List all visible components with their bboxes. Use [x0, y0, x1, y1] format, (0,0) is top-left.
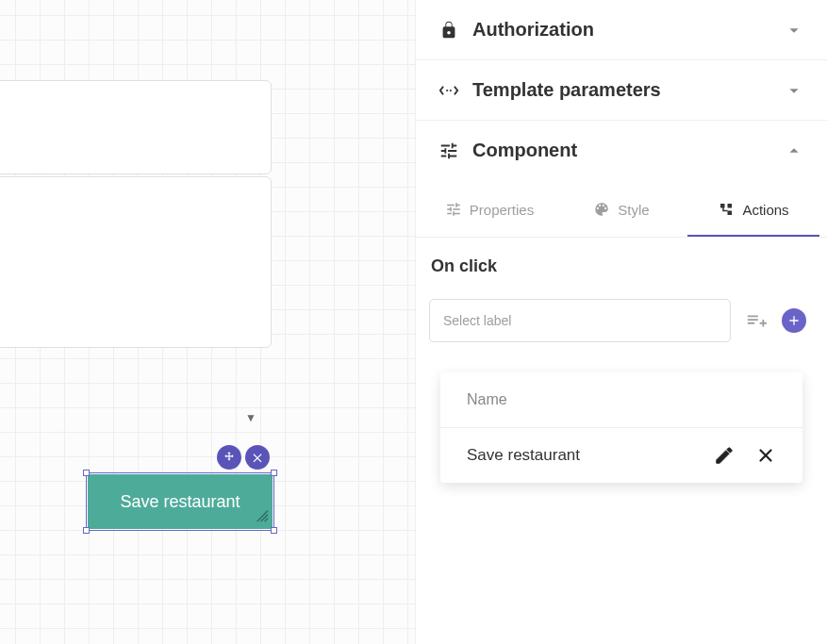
template-params-icon [438, 80, 459, 101]
delete-handle[interactable] [245, 445, 270, 470]
actions-card: Name Save restaurant [440, 372, 802, 483]
resize-grip-icon [254, 507, 269, 527]
svg-point-4 [450, 89, 452, 91]
playlist-add-button[interactable] [742, 306, 770, 335]
tab-style[interactable]: Style [555, 180, 687, 237]
plus-icon [786, 313, 802, 328]
add-action-button[interactable] [782, 308, 806, 333]
card-header: Name [440, 372, 802, 428]
edit-action-button[interactable] [714, 445, 735, 466]
lock-icon [438, 20, 459, 41]
svg-point-3 [446, 89, 448, 91]
tab-label: Properties [470, 202, 534, 218]
section-title: Template parameters [472, 79, 661, 101]
section-title: Authorization [472, 19, 594, 41]
chevron-up-icon [784, 140, 804, 161]
section-authorization[interactable]: Authorization [416, 0, 827, 60]
event-title: On click [429, 256, 814, 276]
canvas-block[interactable] [0, 80, 272, 174]
svg-line-2 [265, 519, 268, 521]
playlist-add-icon [746, 310, 767, 331]
selection-handles [217, 445, 270, 470]
close-icon [251, 451, 264, 464]
tab-actions[interactable]: Actions [687, 180, 819, 237]
canvas-area[interactable]: ▼ Save restaurant [0, 0, 415, 644]
delete-action-button[interactable] [755, 445, 776, 466]
chevron-down-icon [784, 20, 804, 41]
chevron-down-icon [784, 80, 804, 101]
section-title: Component [472, 140, 577, 161]
move-handle[interactable] [217, 445, 241, 470]
close-icon [755, 445, 776, 466]
tab-label: Actions [742, 202, 788, 218]
side-panel: Authorization Template parameters Compon… [415, 0, 827, 644]
canvas-block[interactable] [0, 176, 272, 348]
button-label: Save restaurant [120, 492, 240, 512]
pencil-icon [714, 445, 735, 466]
action-label-input[interactable] [429, 299, 731, 342]
palette-icon [593, 201, 610, 218]
caret-down-icon: ▼ [245, 411, 256, 424]
action-label: Save restaurant [467, 446, 580, 465]
move-icon [223, 451, 236, 464]
tab-properties[interactable]: Properties [423, 180, 555, 237]
tune-icon [445, 201, 462, 218]
workflow-icon [718, 201, 735, 218]
component-tabs: Properties Style Actions [416, 180, 827, 238]
section-template-parameters[interactable]: Template parameters [416, 60, 827, 121]
save-restaurant-button[interactable]: Save restaurant [88, 474, 273, 529]
actions-panel: On click Name Save restaurant [416, 238, 827, 505]
tune-icon [438, 140, 459, 161]
tab-label: Style [618, 202, 649, 218]
section-component[interactable]: Component [416, 121, 827, 180]
action-row: Save restaurant [440, 428, 802, 483]
